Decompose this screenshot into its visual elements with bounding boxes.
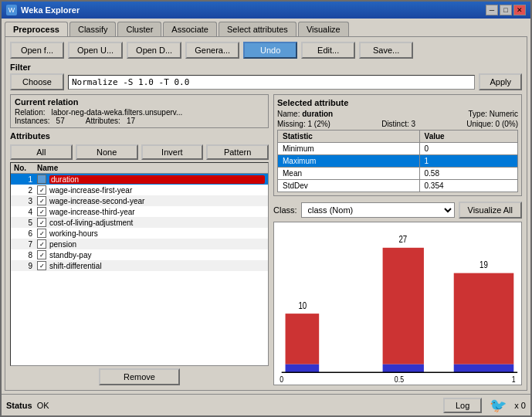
attr-checkbox[interactable]: ✓ (37, 218, 46, 227)
maximize-button[interactable]: □ (500, 5, 512, 15)
filter-section: Filter Choose Normalize -S 1.0 -T 0.0 Ap… (10, 63, 522, 90)
current-relation-title: Current relation (15, 97, 264, 107)
stats-header-statistic: Statistic (278, 131, 420, 143)
relation-label: Relation: (15, 108, 45, 117)
attr-item-no: 8 (14, 251, 37, 259)
main-window: W Weka Explorer ─ □ ✕ Preprocess Classif… (0, 0, 532, 417)
title-bar: W Weka Explorer ─ □ ✕ (2, 2, 530, 19)
instances-label: Instances: (15, 117, 50, 125)
bar-blue-1 (286, 364, 320, 373)
save-button[interactable]: Save... (359, 42, 413, 59)
app-icon: W (6, 5, 17, 15)
attr-list-item[interactable]: 7✓pension (11, 239, 268, 249)
open-file-button[interactable]: Open f... (10, 42, 64, 59)
attr-invert-button[interactable]: Invert (141, 144, 204, 160)
generate-button[interactable]: Genera... (185, 42, 239, 59)
attr-list-item[interactable]: 4✓wage-increase-third-year (11, 206, 268, 217)
stat-name: Minimum (278, 143, 420, 155)
stat-name: Mean (278, 168, 420, 180)
bird-icon: 🐦 (486, 397, 510, 414)
attr-pattern-button[interactable]: Pattern (206, 144, 269, 160)
attr-name-value: duration (302, 110, 333, 118)
chart-area: 10 27 19 0 (273, 222, 522, 385)
attr-item-name: wage-increase-first-year (49, 186, 265, 195)
status-label: Status (6, 401, 32, 410)
attr-list-item[interactable]: 2✓wage-increase-first-year (11, 185, 268, 195)
close-button[interactable]: ✕ (513, 5, 526, 15)
class-row: Class: class (Nom) Visualize All (273, 202, 522, 219)
attr-list-item[interactable]: 5✓cost-of-living-adjustment (11, 217, 268, 228)
window-title: Weka Explorer (21, 5, 80, 15)
bar-red-1 (286, 314, 320, 364)
attr-checkbox[interactable] (37, 175, 46, 184)
selected-attribute-panel: Selected attribute Name: duration Type: … (273, 94, 522, 196)
minimize-button[interactable]: ─ (486, 5, 498, 15)
stat-value: 0.354 (419, 180, 517, 192)
x-label-0: 0 (280, 375, 283, 385)
content-area: Preprocess Classify Cluster Associate Se… (2, 19, 530, 394)
attr-item-name: cost-of-living-adjustment (49, 219, 265, 227)
undo-button[interactable]: Undo (243, 42, 297, 59)
edit-button[interactable]: Edit... (301, 42, 355, 59)
attr-item-no: 3 (14, 197, 37, 205)
filter-label: Filter (10, 63, 522, 72)
log-button[interactable]: Log (443, 398, 482, 413)
attr-all-button[interactable]: All (10, 144, 73, 160)
tab-cluster[interactable]: Cluster (117, 22, 161, 36)
filter-apply-button[interactable]: Apply (479, 73, 522, 90)
filter-choose-button[interactable]: Choose (10, 73, 64, 90)
tab-bar: Preprocess Classify Cluster Associate Se… (5, 22, 527, 36)
bar-red-2 (383, 248, 424, 364)
attr-item-name: duration (49, 175, 265, 184)
attr-checkbox[interactable]: ✓ (37, 207, 46, 216)
attr-list-item[interactable]: 6✓working-hours (11, 228, 268, 239)
attr-item-name: wage-increase-third-year (49, 208, 265, 216)
filter-value: Normalize -S 1.0 -T 0.0 (68, 75, 475, 90)
attr-item-name: pension (49, 240, 265, 249)
tab-visualize[interactable]: Visualize (298, 22, 349, 36)
tab-preprocess[interactable]: Preprocess (5, 22, 68, 36)
attr-checkbox[interactable]: ✓ (37, 185, 46, 195)
window-controls: ─ □ ✕ (486, 5, 526, 15)
tab-select-attributes[interactable]: Select attributes (219, 22, 296, 36)
main-panel: Open f... Open U... Open D... Genera... … (5, 36, 527, 391)
attr-unique-label: Unique: (466, 120, 493, 128)
remove-button[interactable]: Remove (99, 368, 180, 385)
visualize-all-button[interactable]: Visualize All (459, 202, 523, 219)
two-column-layout: Current relation Relation: labor-neg-dat… (10, 94, 522, 385)
attr-item-name: standby-pay (49, 251, 265, 259)
attr-checkbox[interactable]: ✓ (37, 196, 46, 205)
open-db-button[interactable]: Open D... (127, 42, 181, 59)
attr-list-item[interactable]: 3✓wage-increase-second-year (11, 195, 268, 206)
stats-row: Maximum1 (278, 155, 518, 168)
attr-missing-value: 1 (2%) (307, 120, 330, 128)
right-column: Selected attribute Name: duration Type: … (273, 94, 522, 385)
attr-checkbox[interactable]: ✓ (37, 250, 46, 259)
bar-label-2: 27 (398, 234, 407, 245)
attr-list-item[interactable]: 1duration (11, 174, 268, 185)
attr-distinct-label: Distinct: (381, 120, 409, 128)
attributes-value: 17 (127, 117, 135, 125)
bar-blue-2 (383, 364, 424, 373)
x-label-05: 0.5 (395, 375, 404, 385)
relation-value: labor-neg-data-weka.filters.unsuperv... (51, 108, 182, 117)
attr-list: 1duration2✓wage-increase-first-year3✓wag… (11, 174, 268, 365)
attr-none-button[interactable]: None (76, 144, 138, 160)
attr-name-label: Name: (277, 110, 300, 118)
stat-name: StdDev (278, 180, 420, 192)
tab-classify[interactable]: Classify (69, 22, 117, 36)
attr-list-item[interactable]: 9✓shift-differential (11, 260, 268, 271)
tab-associate[interactable]: Associate (163, 22, 217, 36)
attr-checkbox[interactable]: ✓ (37, 239, 46, 249)
attr-item-name: shift-differential (49, 262, 265, 270)
stat-value: 1 (419, 155, 517, 168)
attr-checkbox[interactable]: ✓ (37, 229, 46, 238)
attr-item-name: working-hours (49, 229, 265, 238)
attr-list-item[interactable]: 8✓standby-pay (11, 249, 268, 260)
attr-type-label: Type: (469, 110, 487, 118)
toolbar-buttons: Open f... Open U... Open D... Genera... … (10, 42, 522, 59)
attr-header-name: Name (37, 164, 265, 172)
attr-checkbox[interactable]: ✓ (37, 261, 46, 270)
open-url-button[interactable]: Open U... (68, 42, 123, 59)
class-select[interactable]: class (Nom) (301, 202, 455, 218)
